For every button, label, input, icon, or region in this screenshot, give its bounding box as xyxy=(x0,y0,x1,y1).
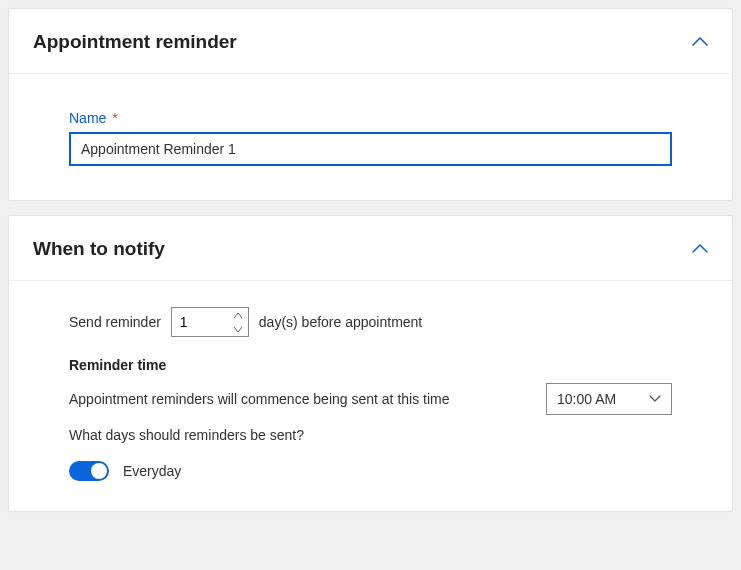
days-question: What days should reminders be sent? xyxy=(69,427,672,443)
chevron-up-icon xyxy=(692,37,708,47)
panel-title: When to notify xyxy=(33,238,165,260)
reminder-time-desc: Appointment reminders will commence bein… xyxy=(69,391,534,407)
panel-title: Appointment reminder xyxy=(33,31,237,53)
chevron-up-icon xyxy=(692,244,708,254)
spinner-buttons xyxy=(228,308,248,336)
reminder-time-row: Appointment reminders will commence bein… xyxy=(69,383,672,415)
spinner-down-icon[interactable] xyxy=(229,322,248,336)
appointment-reminder-panel: Appointment reminder Name * xyxy=(8,8,733,201)
appointment-reminder-body: Name * xyxy=(9,74,732,200)
days-before-input[interactable] xyxy=(172,308,226,336)
chevron-down-icon xyxy=(649,395,661,403)
when-to-notify-body: Send reminder day(s) before appointment … xyxy=(9,281,732,511)
name-label-text: Name xyxy=(69,110,106,126)
appointment-reminder-header[interactable]: Appointment reminder xyxy=(9,9,732,74)
when-to-notify-panel: When to notify Send reminder day(s) befo… xyxy=(8,215,733,512)
reminder-time-select[interactable]: 10:00 AM xyxy=(546,383,672,415)
name-input[interactable] xyxy=(69,132,672,166)
days-before-stepper[interactable] xyxy=(171,307,249,337)
everyday-toggle[interactable] xyxy=(69,461,109,481)
send-reminder-prefix: Send reminder xyxy=(69,314,161,330)
spinner-up-icon[interactable] xyxy=(229,308,248,322)
reminder-time-value: 10:00 AM xyxy=(557,391,649,407)
when-to-notify-header[interactable]: When to notify xyxy=(9,216,732,281)
name-label: Name * xyxy=(69,110,672,126)
reminder-time-heading: Reminder time xyxy=(69,357,672,373)
required-mark: * xyxy=(112,110,117,126)
everyday-toggle-row: Everyday xyxy=(69,461,672,481)
everyday-toggle-label: Everyday xyxy=(123,463,181,479)
send-reminder-row: Send reminder day(s) before appointment xyxy=(69,307,672,337)
send-reminder-suffix: day(s) before appointment xyxy=(259,314,422,330)
toggle-knob xyxy=(91,463,107,479)
